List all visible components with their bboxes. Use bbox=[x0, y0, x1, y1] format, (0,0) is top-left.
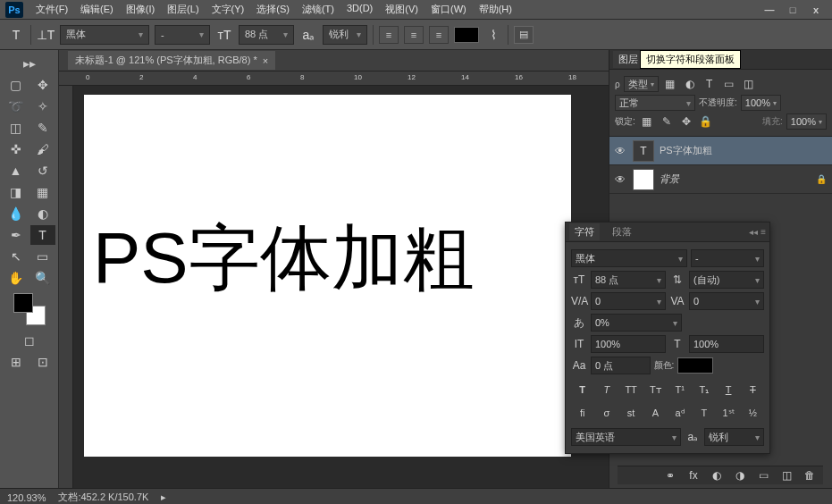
char-baseline-field[interactable]: 0 点 bbox=[591, 357, 651, 374]
layer-row-background[interactable]: 👁 背景 🔒 bbox=[609, 165, 832, 194]
toggle-character-panel-button[interactable]: ▤ bbox=[514, 26, 534, 44]
underline-button[interactable]: T bbox=[719, 382, 737, 398]
char-color-swatch[interactable] bbox=[677, 357, 713, 374]
pen-tool[interactable]: ✒ bbox=[4, 225, 29, 245]
filter-smart-icon[interactable]: ◫ bbox=[741, 78, 757, 90]
warp-text-icon[interactable]: ⌇ bbox=[484, 26, 502, 44]
char-scale-field[interactable]: 0%▾ bbox=[591, 314, 682, 332]
visibility-icon[interactable]: 👁 bbox=[615, 173, 627, 186]
swash-button[interactable]: st bbox=[622, 405, 640, 421]
type-tool[interactable]: T bbox=[30, 225, 55, 245]
handles-icon[interactable]: ▸▸ bbox=[17, 54, 42, 73]
gradient-tool[interactable]: ▦ bbox=[30, 182, 55, 202]
tab-layers[interactable]: 图层 bbox=[613, 51, 643, 68]
char-aa-dropdown[interactable]: 锐利▾ bbox=[704, 428, 764, 446]
align-left-button[interactable]: ≡ bbox=[379, 26, 399, 44]
menu-edit[interactable]: 编辑(E) bbox=[75, 1, 119, 18]
path-select-tool[interactable]: ↖ bbox=[4, 247, 29, 266]
marquee-tool[interactable]: ▢ bbox=[4, 75, 29, 95]
type-tool-preset-icon[interactable]: T bbox=[7, 26, 25, 44]
magic-wand-tool[interactable]: ✧ bbox=[30, 97, 55, 116]
char-style-dropdown[interactable]: -▾ bbox=[691, 249, 764, 267]
tab-paragraph[interactable]: 段落 bbox=[607, 223, 637, 240]
align-center-button[interactable]: ≡ bbox=[404, 26, 424, 44]
lock-transparent-icon[interactable]: ▦ bbox=[639, 115, 655, 128]
hand-tool[interactable]: ✋ bbox=[4, 268, 29, 288]
char-vscale-field[interactable]: 100% bbox=[591, 335, 666, 353]
screenmode2-icon[interactable]: ⊡ bbox=[30, 352, 55, 372]
history-brush-tool[interactable]: ↺ bbox=[30, 161, 55, 181]
statusbar-arrow-icon[interactable]: ▸ bbox=[161, 491, 166, 503]
menu-filter[interactable]: 滤镜(T) bbox=[297, 1, 340, 18]
menu-file[interactable]: 文件(F) bbox=[30, 1, 73, 18]
lock-position-icon[interactable]: ✥ bbox=[678, 115, 694, 128]
char-kerning-field[interactable]: 0▾ bbox=[591, 292, 666, 310]
tab-close-icon[interactable]: × bbox=[263, 55, 268, 66]
mask-icon[interactable]: ◐ bbox=[709, 469, 725, 482]
fg-color-swatch[interactable] bbox=[13, 293, 33, 313]
lock-all-icon[interactable]: 🔒 bbox=[698, 115, 714, 128]
eraser-tool[interactable]: ◨ bbox=[4, 182, 29, 202]
smallcaps-button[interactable]: Tᴛ bbox=[646, 382, 664, 398]
menu-3d[interactable]: 3D(D) bbox=[341, 1, 378, 18]
subscript-button[interactable]: T₁ bbox=[695, 382, 713, 398]
font-size-dropdown[interactable]: 88 点 ▾ bbox=[239, 25, 294, 45]
stamp-tool[interactable]: ▲ bbox=[4, 161, 29, 181]
maximize-button[interactable]: □ bbox=[782, 3, 803, 17]
minimize-button[interactable]: — bbox=[759, 3, 780, 17]
filter-type-icon[interactable]: T bbox=[702, 78, 718, 90]
canvas-area[interactable]: PS字体加粗 bbox=[59, 86, 609, 488]
discretionary-button[interactable]: T bbox=[695, 405, 713, 421]
doc-size[interactable]: 文档:452.2 K/150.7K bbox=[58, 491, 148, 504]
close-button[interactable]: x bbox=[805, 3, 827, 17]
opacity-field[interactable]: 100%▾ bbox=[741, 95, 781, 111]
healing-tool[interactable]: ✜ bbox=[4, 139, 29, 159]
menu-window[interactable]: 窗口(W) bbox=[425, 1, 472, 18]
zoom-level[interactable]: 120.93% bbox=[7, 492, 46, 503]
char-leading-field[interactable]: (自动)▾ bbox=[689, 271, 764, 289]
shape-tool[interactable]: ▭ bbox=[30, 247, 55, 266]
italic-button[interactable]: T bbox=[598, 382, 616, 398]
visibility-icon[interactable]: 👁 bbox=[615, 145, 627, 157]
link-layers-icon[interactable]: ⚭ bbox=[662, 469, 678, 482]
tab-character[interactable]: 字符 bbox=[569, 223, 600, 240]
menu-help[interactable]: 帮助(H) bbox=[474, 1, 517, 18]
bold-button[interactable]: T bbox=[574, 382, 592, 398]
character-panel[interactable]: 字符 段落 ◂◂ ≡ 黑体▾ -▾ тT 88 点▾ ⇅ (自动)▾ V/A 0… bbox=[565, 222, 770, 454]
fx-icon[interactable]: fx bbox=[685, 469, 702, 482]
ligature-button[interactable]: fi bbox=[574, 405, 592, 421]
align-right-button[interactable]: ≡ bbox=[429, 26, 449, 44]
menu-type[interactable]: 文字(Y) bbox=[206, 1, 250, 18]
screenmode-icon[interactable]: ⊞ bbox=[4, 352, 29, 372]
quickmask-icon[interactable]: ◻ bbox=[17, 331, 42, 350]
eyedropper-tool[interactable]: ✎ bbox=[30, 118, 55, 138]
menu-select[interactable]: 选择(S) bbox=[251, 1, 295, 18]
char-font-dropdown[interactable]: 黑体▾ bbox=[571, 249, 687, 267]
fill-field[interactable]: 100%▾ bbox=[786, 113, 827, 130]
canvas[interactable]: PS字体加粗 bbox=[84, 95, 571, 457]
lock-pixels-icon[interactable]: ✎ bbox=[659, 115, 675, 128]
blur-tool[interactable]: 💧 bbox=[4, 204, 29, 223]
ordinal-button[interactable]: aᵈ bbox=[671, 405, 689, 421]
strikethrough-button[interactable]: T bbox=[744, 382, 761, 398]
char-lang-dropdown[interactable]: 美国英语▾ bbox=[571, 428, 681, 446]
oldstyle-button[interactable]: 1ˢᵗ bbox=[719, 405, 737, 421]
fg-bg-color[interactable] bbox=[13, 293, 46, 325]
font-style-dropdown[interactable]: - ▾ bbox=[155, 25, 210, 45]
new-layer-icon[interactable]: ◫ bbox=[778, 469, 794, 482]
delete-icon[interactable]: 🗑 bbox=[802, 469, 818, 482]
titling-button[interactable]: A bbox=[646, 405, 664, 421]
text-color-swatch[interactable] bbox=[454, 27, 479, 43]
char-tracking-field[interactable]: 0▾ bbox=[689, 292, 764, 310]
brush-tool[interactable]: 🖌 bbox=[30, 139, 55, 159]
filter-icon[interactable]: ρ bbox=[615, 80, 620, 89]
panel-menu-icon[interactable]: ◂◂ ≡ bbox=[749, 227, 766, 237]
zoom-tool[interactable]: 🔍 bbox=[30, 268, 55, 288]
document-tab[interactable]: 未标题-1 @ 121% (PS字体加粗, RGB/8) * × bbox=[68, 51, 275, 70]
alt-button[interactable]: σ bbox=[598, 405, 616, 421]
filter-pixel-icon[interactable]: ▦ bbox=[662, 78, 678, 90]
menu-image[interactable]: 图像(I) bbox=[121, 1, 160, 18]
font-family-dropdown[interactable]: 黑体 ▾ bbox=[60, 25, 149, 45]
menu-view[interactable]: 视图(V) bbox=[380, 1, 424, 18]
layer-row-text[interactable]: 👁 T PS字体加粗 bbox=[609, 137, 832, 165]
